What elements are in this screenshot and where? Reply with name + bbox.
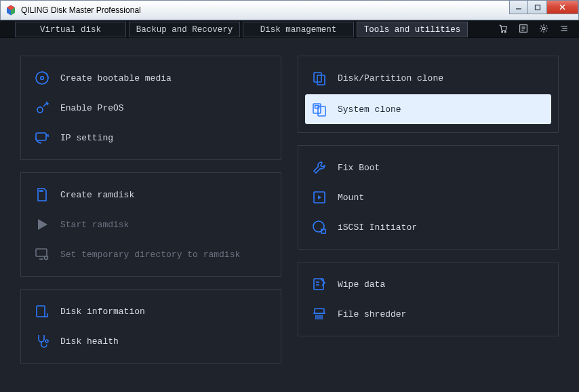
svg-rect-38 — [315, 309, 324, 313]
item-iscsi[interactable]: iSCSI Initiator — [308, 212, 548, 242]
item-mount[interactable]: Mount — [308, 182, 548, 212]
item-label: Mount — [338, 193, 364, 203]
tab-tools-utilities[interactable]: Tools and utilities — [357, 22, 468, 37]
group-boot-net: Create bootable media Enable PreOS IP se… — [20, 56, 281, 160]
item-label: IP setting — [60, 133, 113, 143]
wrench-icon — [311, 159, 328, 176]
item-label: Disk/Partition clone — [338, 73, 443, 83]
left-column: Create bootable media Enable PreOS IP se… — [20, 56, 281, 378]
stethoscope-icon — [33, 332, 51, 350]
monitor-ip-icon — [33, 129, 51, 146]
item-create-ramdisk[interactable]: Create ramdisk — [31, 180, 271, 210]
sdcard-icon — [33, 186, 51, 203]
gear-wrench-icon — [33, 99, 51, 117]
svg-point-16 — [37, 107, 43, 113]
item-fix-boot[interactable]: Fix Boot — [308, 153, 548, 182]
item-label: Fix Boot — [338, 163, 380, 173]
system-clone-icon — [311, 100, 328, 118]
svg-point-5 — [504, 31, 506, 33]
group-ramdisk: Create ramdisk Start ramdisk Set tempora… — [20, 172, 281, 277]
svg-point-33 — [313, 221, 324, 232]
monitor-gear-icon — [33, 246, 51, 263]
tab-backup-recovery[interactable]: Backup and Recovery — [129, 22, 240, 37]
mount-icon — [311, 189, 328, 206]
item-label: System clone — [338, 104, 401, 115]
group-clone: Disk/Partition clone System clone — [298, 56, 559, 133]
group-boot-mount: Fix Boot Mount iSCSI Initiator — [298, 145, 559, 250]
wipe-icon — [311, 275, 328, 293]
right-column: Disk/Partition clone System clone Fix Bo… — [298, 56, 559, 378]
app-logo-icon — [5, 4, 17, 16]
menu-icon[interactable] — [559, 23, 570, 36]
item-disk-health[interactable]: Disk health — [31, 326, 271, 356]
svg-rect-17 — [36, 133, 46, 140]
disk-info-icon — [33, 302, 51, 320]
item-enable-preos[interactable]: Enable PreOS — [31, 93, 271, 123]
item-label: Enable PreOS — [60, 103, 124, 113]
tab-virtual-disk[interactable]: Virtual disk — [15, 22, 126, 37]
item-label: File shredder — [338, 309, 406, 319]
item-disk-partition-clone[interactable]: Disk/Partition clone — [308, 63, 548, 93]
item-wipe-data[interactable]: Wipe data — [308, 269, 548, 299]
group-disk-info: Disk information Disk health — [20, 289, 281, 364]
minimize-button[interactable] — [509, 1, 528, 14]
tab-disk-management[interactable]: Disk management — [243, 22, 354, 37]
log-icon[interactable] — [518, 23, 529, 36]
cart-icon[interactable] — [498, 23, 508, 36]
play-icon — [33, 216, 51, 233]
item-label: Create ramdisk — [60, 190, 134, 200]
item-system-clone[interactable]: System clone — [305, 94, 551, 124]
svg-point-26 — [45, 340, 48, 342]
title-bar: QILING Disk Master Professional — [0, 0, 579, 20]
item-label: Set temporary directory to ramdisk — [60, 250, 240, 260]
group-wipe: Wipe data File shredder — [298, 262, 559, 336]
item-ip-setting[interactable]: IP setting — [31, 123, 271, 153]
item-file-shredder[interactable]: File shredder — [308, 299, 548, 329]
item-tmpdir-ramdisk: Set temporary directory to ramdisk — [31, 239, 271, 269]
item-label: Wipe data — [338, 279, 385, 290]
svg-rect-21 — [36, 249, 47, 256]
maximize-button[interactable] — [528, 1, 547, 14]
window-controls — [509, 1, 578, 14]
disc-icon — [33, 69, 51, 87]
main-area: Create bootable media Enable PreOS IP se… — [0, 38, 579, 392]
item-label: Create bootable media — [60, 73, 172, 83]
iscsi-icon — [311, 218, 328, 236]
svg-point-23 — [45, 256, 48, 260]
item-create-bootable[interactable]: Create bootable media — [31, 63, 271, 93]
svg-point-10 — [542, 27, 545, 30]
item-label: Start ramdisk — [60, 220, 129, 230]
clone-icon — [311, 69, 328, 87]
top-nav: Virtual disk Backup and Recovery Disk ma… — [0, 20, 579, 38]
svg-point-15 — [41, 77, 44, 80]
item-start-ramdisk: Start ramdisk — [31, 210, 271, 239]
svg-point-4 — [502, 31, 503, 33]
close-button[interactable] — [547, 1, 578, 14]
item-disk-information[interactable]: Disk information — [31, 296, 271, 326]
shredder-icon — [311, 305, 328, 323]
svg-rect-1 — [535, 5, 540, 9]
item-label: Disk health — [60, 336, 119, 347]
window-title: QILING Disk Master Professional — [21, 5, 141, 15]
svg-rect-24 — [37, 306, 45, 317]
item-label: iSCSI Initiator — [338, 222, 417, 233]
gear-icon[interactable] — [538, 23, 549, 36]
item-label: Disk information — [60, 307, 145, 317]
